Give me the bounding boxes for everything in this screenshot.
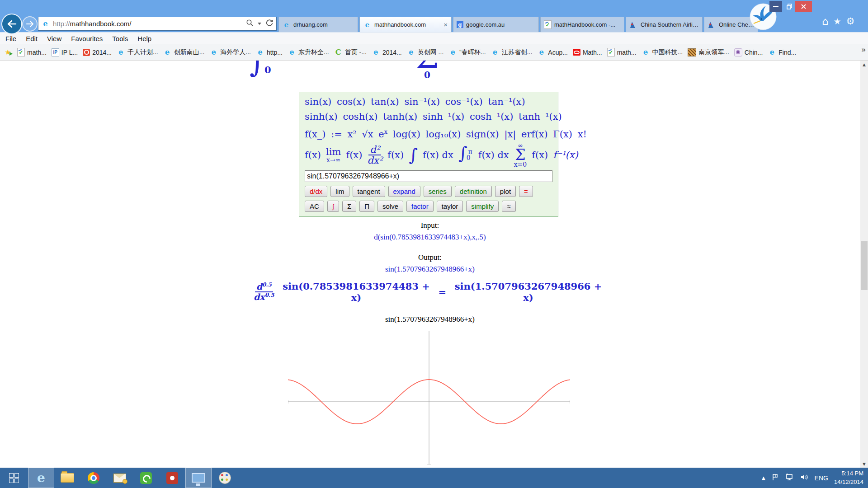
browser-tab[interactable]: google.com.au [453,17,539,32]
calculator-buttons-row1: d/dxlimtangentexpandseriesdefinitionplot… [305,186,552,197]
taskbar-app-button[interactable] [185,468,212,488]
calc-button[interactable]: factor [406,201,434,212]
restore-button[interactable] [783,1,794,12]
favorite-label: 创新南山... [174,48,205,56]
menu-item[interactable]: File [5,35,16,42]
favorite-item[interactable]: 江苏省创... [491,48,533,56]
tab-label: mathhandbook.com [374,21,426,28]
expression-input[interactable] [305,170,552,182]
favorite-item[interactable]: 2014... [372,48,402,56]
favorite-item[interactable]: 2014... [83,49,112,56]
favorite-item[interactable]: Acup... [537,48,568,56]
settings-gear-icon[interactable]: ⚙ [846,17,855,26]
calc-button[interactable]: series [424,186,452,197]
back-button[interactable] [1,14,22,34]
browser-tab[interactable]: drhuang.com [278,17,358,32]
browser-tab[interactable]: mathHandbook.com -... [540,17,624,32]
scroll-up-arrow[interactable]: ▲ [860,61,868,68]
home-icon[interactable]: ⌂ [822,16,829,27]
favorite-item[interactable]: 首页 -... [334,48,367,56]
calc-button[interactable]: tangent [353,186,385,197]
calc-button[interactable]: Π [359,201,374,212]
calc-button[interactable]: definition [455,186,492,197]
calc-button[interactable]: ≈ [502,201,515,212]
calc-button[interactable]: expand [388,186,420,197]
tab-close-icon[interactable]: × [443,21,448,28]
favorite-item[interactable]: 千人计划... [117,48,158,56]
output-label: Output: [254,253,606,262]
address-bar[interactable]: http://mathhandbook.com/ [38,17,277,31]
favorite-item[interactable]: 中国科技... [642,48,683,56]
vertical-scrollbar[interactable]: ▲ ▼ [860,61,868,468]
calc-button[interactable]: = [519,186,533,197]
action-center-flag-icon[interactable] [771,473,779,483]
calc-button[interactable]: Σ [342,201,356,212]
remnant-integral-lower-limit: 0 [264,64,271,75]
taskbar-app-button[interactable] [212,468,238,488]
taskbar-app-button[interactable] [107,468,133,488]
taskbar-app-button[interactable] [28,468,54,488]
favorite-label: Math... [583,49,602,56]
restore-icon [785,3,793,10]
calc-button[interactable]: simplify [466,201,499,212]
start-button[interactable] [0,468,28,488]
scrollbar-thumb[interactable] [861,241,868,290]
menu-item[interactable]: View [47,35,61,42]
calc-button[interactable]: solve [377,201,403,212]
menu-item[interactable]: Tools [112,35,128,42]
calc-button[interactable]: ∫ [327,201,339,212]
favorite-item[interactable]: Find... [768,48,796,56]
favorite-item[interactable]: math... [607,48,637,56]
favorite-item[interactable]: 英创网 ... [407,48,444,56]
favorite-item[interactable]: Math... [573,49,602,56]
clock[interactable]: 5:14 PM 14/12/2014 [834,469,863,486]
favorite-favicon [688,48,696,56]
calc-button[interactable]: lim [330,186,349,197]
favorite-item[interactable]: math... [17,48,47,56]
tray-show-hidden-icon[interactable]: ▲ [762,475,765,480]
menu-item[interactable]: Help [137,35,151,42]
tab-label: drhuang.com [293,21,328,28]
close-button[interactable] [795,1,812,12]
favorite-item[interactable]: 创新南山... [163,48,205,56]
volume-icon[interactable] [800,473,809,483]
minimize-button[interactable] [769,1,782,12]
input-label: Input: [254,221,606,230]
taskbar-app-button[interactable] [54,468,80,488]
favorite-favicon [117,48,125,56]
taskbar-app-button[interactable] [133,468,159,488]
address-url[interactable]: http://mathhandbook.com/ [53,20,246,28]
favorite-item[interactable]: “春晖杯... [448,48,486,56]
browser-tab[interactable]: mathhandbook.com × [359,17,452,32]
taskbar-app-button[interactable] [159,468,185,488]
menu-item[interactable]: Favourites [71,35,103,42]
calc-button[interactable]: taylor [437,201,463,212]
favorite-favicon [288,48,296,56]
search-icon[interactable] [246,19,254,28]
taskbar-app-button[interactable] [80,468,107,488]
favorites-star-icon[interactable]: ★ [834,17,841,26]
calc-button[interactable]: AC [305,201,324,212]
favorite-item[interactable]: IP L... [52,48,78,56]
menu-item[interactable]: Edit [26,35,38,42]
favorites-bar-icon[interactable] [4,48,12,56]
search-dropdown-caret-icon[interactable] [258,23,261,25]
favorite-favicon [52,48,59,56]
language-indicator[interactable]: ENG [815,474,828,482]
favorites-overflow-chevron[interactable]: » [862,45,866,54]
refresh-icon[interactable] [265,19,274,29]
favorite-item[interactable]: 海外学人... [209,48,251,56]
taskbar-app-icon [166,472,178,484]
forward-button[interactable] [22,16,38,32]
favorite-item[interactable]: 东升杯全... [288,48,329,56]
calc-button[interactable]: plot [495,186,516,197]
favorite-item[interactable]: Chin... [734,48,763,56]
browser-tab[interactable]: China Southern Airline... [626,17,703,32]
network-icon[interactable] [785,473,794,483]
calc-button[interactable]: d/dx [305,186,327,197]
output-expression: sin(1.5707963267948966+x) [254,265,606,274]
scroll-down-arrow[interactable]: ▼ [860,460,868,468]
favorite-favicon [607,48,615,56]
favorite-item[interactable]: http... [256,48,283,56]
favorite-item[interactable]: 南京领军... [688,48,729,56]
